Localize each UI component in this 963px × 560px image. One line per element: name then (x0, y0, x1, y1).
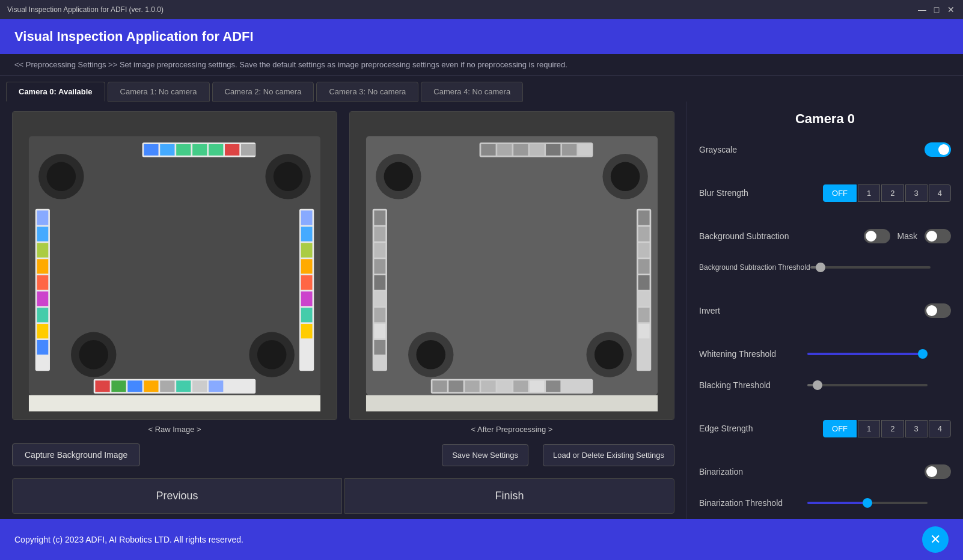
mask-toggle[interactable] (925, 229, 951, 243)
tab-camera-2[interactable]: Camera 2: No camera (212, 82, 314, 102)
left-panel: < Raw Image > (0, 102, 686, 519)
svg-point-52 (611, 162, 640, 192)
background-subtraction-toggle[interactable] (864, 229, 890, 243)
svg-rect-69 (374, 259, 385, 273)
blur-2-button[interactable]: 2 (881, 184, 903, 202)
svg-point-54 (416, 340, 445, 370)
svg-rect-64 (578, 144, 593, 156)
svg-rect-74 (374, 340, 385, 355)
previous-button[interactable]: Previous (12, 478, 342, 514)
edge-off-button[interactable]: OFF (823, 420, 857, 437)
grayscale-setting: Grayscale (699, 139, 951, 160)
svg-rect-29 (301, 210, 313, 225)
load-delete-settings-button[interactable]: Load or Delete Existing Settings (543, 444, 674, 466)
svg-rect-25 (37, 308, 48, 322)
svg-rect-71 (374, 291, 385, 306)
grayscale-toggle[interactable] (925, 142, 951, 157)
svg-rect-17 (241, 144, 255, 156)
edge-strength-setting: Edge Strength OFF 1 2 3 4 (699, 418, 951, 439)
svg-rect-86 (448, 380, 463, 392)
binarization-threshold-slider[interactable] (807, 502, 928, 504)
binarization-control (925, 464, 951, 479)
tab-camera-3[interactable]: Camera 3: No camera (316, 82, 418, 102)
svg-rect-16 (225, 144, 239, 156)
camera-settings-title: Camera 0 (699, 111, 951, 127)
edge-1-button[interactable]: 1 (858, 420, 880, 437)
whitening-threshold-slider[interactable] (807, 353, 928, 355)
maximize-button[interactable]: □ (932, 5, 941, 14)
tab-camera-1[interactable]: Camera 1: No camera (108, 82, 210, 102)
processed-image-svg (350, 112, 674, 419)
raw-image-label: < Raw Image > (148, 425, 201, 434)
blacking-threshold-control (807, 384, 951, 386)
svg-point-50 (384, 162, 414, 192)
left-bottom-controls: Capture Background Image Save New Settin… (12, 443, 674, 466)
svg-rect-45 (209, 380, 223, 392)
binarization-setting: Binarization (699, 461, 951, 482)
svg-rect-85 (432, 380, 447, 392)
processed-image-label: < After Preprocessing > (471, 425, 553, 434)
app-header: Visual Inspection Application for ADFI (0, 19, 963, 54)
footer: Copyright (c) 2023 ADFI, AI Robotics LTD… (0, 519, 963, 560)
capture-background-button[interactable]: Capture Background Image (12, 443, 140, 466)
right-panel: Camera 0 Grayscale Blur Strength OFF 1 2… (686, 102, 963, 519)
binarization-threshold-label: Binarization Threshold (699, 498, 807, 508)
finish-button[interactable]: Finish (344, 478, 674, 514)
blur-off-button[interactable]: OFF (823, 184, 857, 202)
svg-rect-73 (374, 324, 385, 338)
svg-rect-35 (301, 308, 313, 322)
svg-rect-19 (37, 210, 48, 225)
svg-point-7 (79, 340, 108, 370)
edge-2-button[interactable]: 2 (881, 420, 903, 437)
blur-1-button[interactable]: 1 (858, 184, 880, 202)
svg-rect-20 (37, 227, 48, 241)
raw-image-svg (13, 112, 337, 419)
title-bar-title: Visual Inspection Application for ADFI (… (7, 5, 164, 14)
blacking-threshold-slider[interactable] (807, 384, 928, 386)
app-title: Visual Inspection Application for ADFI (14, 29, 254, 44)
tab-camera-0[interactable]: Camera 0: Available (6, 82, 105, 102)
edge-3-button[interactable]: 3 (905, 420, 928, 437)
svg-rect-15 (209, 144, 223, 156)
close-button[interactable]: ✕ (946, 5, 956, 14)
camera-tabs: Camera 0: Available Camera 1: No camera … (0, 76, 963, 102)
svg-rect-40 (127, 380, 142, 392)
invert-control (925, 303, 951, 318)
svg-rect-27 (37, 340, 48, 355)
svg-rect-77 (638, 227, 650, 241)
binarization-toggle[interactable] (925, 464, 951, 479)
processed-image (349, 111, 674, 420)
blur-4-button[interactable]: 4 (929, 184, 951, 202)
svg-rect-24 (37, 291, 48, 306)
svg-rect-90 (513, 380, 528, 392)
fab-button[interactable]: ✕ (922, 526, 949, 553)
images-row: < Raw Image > (12, 111, 674, 434)
binarization-threshold-control (807, 502, 951, 504)
svg-point-9 (257, 340, 287, 370)
blur-3-button[interactable]: 3 (905, 184, 928, 202)
svg-rect-36 (301, 324, 313, 338)
processed-image-container: < After Preprocessing > (349, 111, 674, 434)
window-controls: — □ ✕ (917, 5, 956, 14)
invert-toggle[interactable] (925, 303, 951, 318)
svg-rect-26 (37, 324, 48, 338)
svg-rect-22 (37, 259, 48, 273)
svg-rect-23 (37, 275, 48, 290)
svg-rect-80 (638, 275, 650, 290)
bg-subtraction-threshold-slider[interactable] (810, 266, 931, 269)
raw-image-container: < Raw Image > (12, 111, 337, 434)
svg-rect-33 (301, 275, 313, 290)
blur-strength-control: OFF 1 2 3 4 (823, 184, 951, 202)
minimize-button[interactable]: — (917, 5, 927, 14)
svg-rect-63 (562, 144, 576, 156)
save-new-settings-button[interactable]: Save New Settings (442, 444, 528, 466)
copyright-text: Copyright (c) 2023 ADFI, AI Robotics LTD… (14, 535, 243, 544)
edge-4-button[interactable]: 4 (929, 420, 951, 437)
svg-rect-46 (29, 395, 320, 412)
svg-rect-67 (374, 227, 385, 241)
instruction-text: << Preprocessing Settings >> Set image p… (14, 60, 567, 69)
blacking-threshold-label: Blacking Threshold (699, 380, 807, 390)
svg-point-56 (595, 340, 624, 370)
tab-camera-4[interactable]: Camera 4: No camera (421, 82, 523, 102)
bg-subtraction-threshold-control (810, 266, 951, 269)
